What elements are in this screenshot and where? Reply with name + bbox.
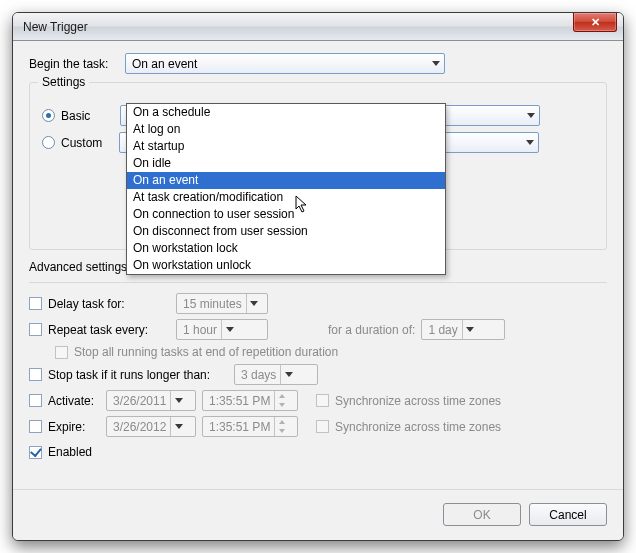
enabled-checkbox[interactable] [29, 446, 42, 459]
activate-sync-checkbox [316, 394, 329, 407]
expire-checkbox[interactable] [29, 420, 42, 433]
dropdown-option[interactable]: On workstation unlock [127, 257, 445, 274]
dropdown-option[interactable]: On an event [127, 172, 445, 189]
expire-label: Expire: [48, 420, 106, 434]
dropdown-option[interactable]: On disconnect from user session [127, 223, 445, 240]
repeat-task-checkbox[interactable] [29, 323, 42, 336]
stop-end-checkbox [55, 346, 68, 359]
activate-date-picker[interactable]: 3/26/2011 [106, 390, 196, 411]
dropdown-option[interactable]: On connection to user session [127, 206, 445, 223]
custom-radio[interactable] [42, 136, 55, 149]
dropdown-option[interactable]: On workstation lock [127, 240, 445, 257]
chevron-down-icon [250, 301, 258, 306]
begin-task-selected: On an event [132, 57, 197, 71]
expire-sync-checkbox [316, 420, 329, 433]
activate-checkbox[interactable] [29, 394, 42, 407]
expire-time-spinner[interactable]: 1:35:51 PM [202, 416, 298, 437]
settings-legend: Settings [38, 75, 89, 89]
ok-button[interactable]: OK [443, 503, 521, 526]
basic-radio-label: Basic [61, 109, 90, 123]
divider [13, 489, 623, 490]
chevron-down-icon [285, 372, 293, 377]
dialog-content: Begin the task: On an event Settings Bas… [13, 41, 623, 540]
spin-down-icon [279, 403, 285, 407]
enabled-label: Enabled [48, 445, 92, 459]
dropdown-option[interactable]: At startup [127, 138, 445, 155]
cancel-button[interactable]: Cancel [529, 503, 607, 526]
dropdown-option[interactable]: At task creation/modification [127, 189, 445, 206]
new-trigger-dialog: New Trigger ✕ Begin the task: On an even… [12, 12, 624, 541]
chevron-down-icon [175, 424, 183, 429]
activate-time-spinner[interactable]: 1:35:51 PM [202, 390, 298, 411]
stop-longer-label: Stop task if it runs longer than: [48, 368, 234, 382]
close-button[interactable]: ✕ [573, 13, 617, 32]
basic-radio[interactable] [42, 109, 55, 122]
activate-sync-label: Synchronize across time zones [335, 394, 501, 408]
stop-longer-checkbox[interactable] [29, 368, 42, 381]
spin-down-icon [279, 429, 285, 433]
delay-task-checkbox[interactable] [29, 297, 42, 310]
delay-task-label: Delay task for: [48, 297, 176, 311]
chevron-down-icon [226, 327, 234, 332]
window-title: New Trigger [23, 20, 88, 34]
spin-up-icon [279, 420, 285, 424]
repeat-task-label: Repeat task every: [48, 323, 176, 337]
titlebar: New Trigger ✕ [13, 13, 623, 41]
stop-end-label: Stop all running tasks at end of repetit… [74, 345, 338, 359]
expire-sync-label: Synchronize across time zones [335, 420, 501, 434]
stop-longer-dropdown[interactable]: 3 days [234, 364, 318, 385]
dropdown-option[interactable]: On idle [127, 155, 445, 172]
divider [29, 282, 607, 283]
delay-task-dropdown[interactable]: 15 minutes [176, 293, 268, 314]
dropdown-option[interactable]: At log on [127, 121, 445, 138]
chevron-down-icon [527, 113, 535, 118]
spin-up-icon [279, 394, 285, 398]
duration-label: for a duration of: [328, 323, 415, 337]
chevron-down-icon [526, 140, 534, 145]
expire-date-picker[interactable]: 3/26/2012 [106, 416, 196, 437]
custom-radio-label: Custom [61, 136, 102, 150]
close-icon: ✕ [591, 16, 600, 29]
chevron-down-icon [432, 61, 440, 66]
dropdown-option[interactable]: On a schedule [127, 104, 445, 121]
begin-task-dropdown-list[interactable]: On a scheduleAt log onAt startupOn idleO… [126, 103, 446, 275]
begin-task-label: Begin the task: [29, 57, 125, 71]
duration-dropdown[interactable]: 1 day [421, 319, 505, 340]
begin-task-dropdown[interactable]: On an event [125, 53, 445, 74]
activate-label: Activate: [48, 394, 106, 408]
chevron-down-icon [175, 398, 183, 403]
repeat-task-dropdown[interactable]: 1 hour [176, 319, 268, 340]
chevron-down-icon [466, 327, 474, 332]
